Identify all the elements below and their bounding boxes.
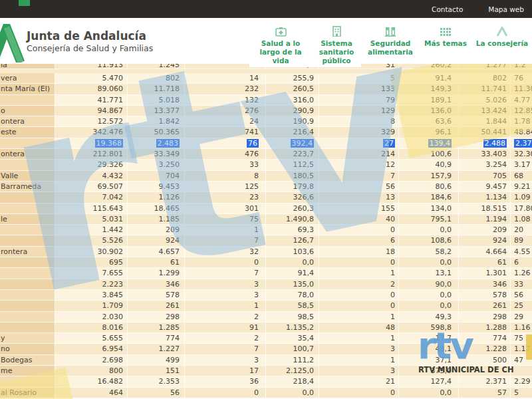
table-cell[interactable]: 9.453 [128, 182, 185, 192]
table-cell[interactable]: 1.442 [55, 225, 128, 235]
municipality-name-cell[interactable] [0, 290, 55, 301]
table-cell[interactable]: 132 [185, 95, 266, 106]
table-cell[interactable]: 1.16 [511, 323, 532, 333]
table-cell[interactable]: 12.85 [511, 106, 532, 116]
table-cell[interactable]: 1.842 [128, 116, 185, 127]
table-cell[interactable]: 2.37 [511, 138, 532, 149]
table-cell[interactable]: 111,2 [266, 355, 319, 366]
table-cell[interactable]: 774 [128, 333, 185, 344]
table-cell[interactable]: 5.655 [55, 333, 128, 344]
table-cell[interactable]: 33.403 [459, 149, 511, 160]
table-cell[interactable]: 1.26 [511, 268, 532, 279]
table-cell[interactable]: 7 [185, 235, 266, 246]
table-cell[interactable]: 7.655 [55, 268, 128, 279]
table-cell[interactable]: 924 [128, 235, 185, 246]
table-cell[interactable]: 20 [511, 225, 532, 235]
table-cell[interactable]: 32 [185, 247, 266, 257]
table-cell[interactable]: 0 [185, 257, 266, 268]
table-cell[interactable]: 1.299 [128, 268, 185, 279]
table-cell[interactable]: 2 [185, 312, 266, 323]
municipality-name-cell[interactable]: Bodegas [0, 355, 55, 366]
municipality-name-cell[interactable]: Barrameda [0, 182, 55, 192]
table-cell[interactable]: 392,4 [266, 138, 319, 149]
table-cell[interactable]: 35,4 [266, 333, 319, 344]
table-cell[interactable]: 0 [319, 225, 399, 235]
municipality-name-cell[interactable]: no [0, 344, 55, 354]
table-cell[interactable]: 129 [319, 106, 399, 116]
table-cell[interactable]: 91,4 [266, 268, 319, 279]
municipality-name-cell[interactable] [0, 376, 55, 387]
table-cell[interactable]: 25 [511, 301, 532, 311]
table-cell[interactable]: 346 [128, 279, 185, 290]
table-cell[interactable]: 3 [319, 366, 399, 376]
table-cell[interactable]: 134,0 [399, 203, 459, 214]
table-cell[interactable]: 18 [319, 247, 399, 257]
table-cell[interactable]: 3 [185, 279, 266, 290]
table-cell[interactable]: 125 [185, 182, 266, 192]
municipality-name-cell[interactable]: o [0, 106, 55, 116]
table-cell[interactable]: 4.657 [128, 247, 185, 257]
table-cell[interactable]: 32.30 [511, 149, 532, 160]
table-cell[interactable]: 58,5 [266, 301, 319, 311]
municipality-name-cell[interactable]: y [0, 333, 55, 344]
table-cell[interactable]: 50.441 [459, 127, 511, 138]
table-cell[interactable]: 741 [185, 127, 266, 138]
table-cell[interactable]: 802 [459, 73, 511, 84]
table-cell[interactable]: 1.490,8 [266, 214, 319, 225]
table-cell[interactable]: 7 [185, 344, 266, 354]
table-cell[interactable]: 151 [128, 366, 185, 376]
table-cell[interactable]: 260,3 [266, 203, 319, 214]
sitemap-link[interactable]: Mapa web [488, 5, 524, 13]
table-cell[interactable]: 21 [319, 376, 399, 387]
table-cell[interactable]: 13 [319, 192, 399, 203]
table-cell[interactable]: 41.771 [55, 95, 128, 106]
table-cell[interactable]: 1 [319, 355, 399, 366]
table-cell[interactable]: 133 [319, 84, 399, 94]
table-cell[interactable]: 0 [319, 388, 399, 398]
table-cell[interactable]: 14 [185, 73, 266, 84]
table-cell[interactable]: 12.572 [55, 116, 128, 127]
municipality-name-cell[interactable]: le [0, 214, 55, 225]
table-cell[interactable]: 209 [459, 225, 511, 235]
table-cell[interactable]: 261 [459, 301, 511, 311]
table-cell[interactable]: 261 [128, 301, 185, 311]
table-cell[interactable] [511, 366, 532, 376]
table-cell[interactable]: 800 [55, 366, 128, 376]
table-cell[interactable]: 126,7 [266, 235, 319, 246]
table-cell[interactable]: 1.135,2 [266, 323, 319, 333]
table-cell[interactable]: 17,7 [399, 333, 459, 344]
table-cell[interactable]: 3 [319, 344, 399, 354]
table-cell[interactable]: 139,4 [399, 138, 459, 149]
table-cell[interactable]: 135,0 [266, 279, 319, 290]
table-cell[interactable]: 1.288 [459, 323, 511, 333]
table-cell[interactable]: 96,1 [399, 127, 459, 138]
table-cell[interactable]: 1.78 [511, 116, 532, 127]
table-cell[interactable]: 76 [185, 138, 266, 149]
table-cell[interactable]: 56 [128, 388, 185, 398]
municipality-name-cell[interactable]: este [0, 127, 55, 138]
municipality-name-cell[interactable] [0, 203, 55, 214]
nav-item-mas-temas[interactable]: Más temas [420, 25, 471, 50]
table-cell[interactable]: 578 [459, 290, 511, 301]
table-cell[interactable]: 802 [128, 73, 185, 84]
municipality-name-cell[interactable] [0, 95, 55, 106]
table-cell[interactable]: 98,5 [266, 312, 319, 323]
nav-item-salud-a-lo-largo-de-la-vida[interactable]: Salud a lo largo de la vida [249, 25, 312, 67]
table-cell[interactable]: 214 [319, 149, 399, 160]
table-cell[interactable]: 0,0 [399, 225, 459, 235]
table-cell[interactable]: 3.845 [55, 290, 128, 301]
table-cell[interactable]: 3 [185, 290, 266, 301]
table-cell[interactable]: 5.526 [55, 235, 128, 246]
table-cell[interactable]: 184,6 [399, 192, 459, 203]
table-cell[interactable]: 4.432 [55, 171, 128, 182]
table-cell[interactable]: 0 [319, 290, 399, 301]
table-cell[interactable]: 75 [185, 214, 266, 225]
municipality-name-cell[interactable]: vera [0, 73, 55, 84]
table-cell[interactable]: 5 [319, 73, 399, 84]
table-cell[interactable]: 56 [319, 182, 399, 192]
table-cell[interactable]: 40 [319, 214, 399, 225]
table-cell[interactable]: 695 [55, 257, 128, 268]
table-cell[interactable]: 5.470 [55, 73, 128, 84]
table-cell[interactable]: 464 [55, 388, 128, 398]
table-cell[interactable]: 108,6 [399, 235, 459, 246]
